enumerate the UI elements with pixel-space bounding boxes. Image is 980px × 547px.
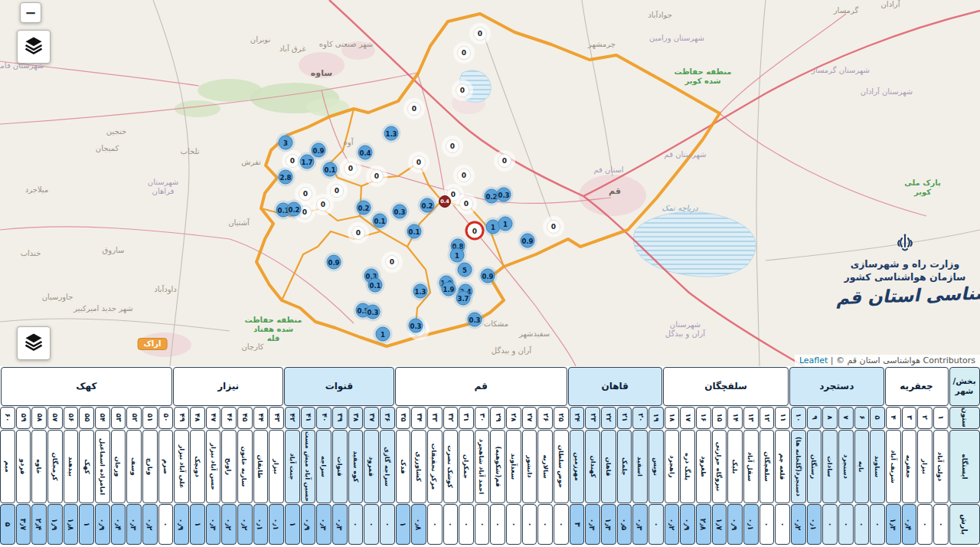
rainfall-marker[interactable]: 0.1	[407, 224, 422, 239]
column-number-cell: ۲۸	[506, 407, 521, 429]
column-number-cell: ۱۷	[680, 407, 695, 429]
rainfall-marker[interactable]: 0	[370, 169, 384, 183]
rainfall-marker[interactable]: 2.8	[279, 170, 293, 185]
rainfall-marker[interactable]: 0	[446, 139, 459, 153]
leaflet-map[interactable]: گرمسارآرادانجوادآبادچرمشهرشهرستان ورامین…	[0, 0, 980, 366]
column-number-cell: ۱۲	[760, 407, 775, 429]
column-number-cell: ۴۵	[237, 407, 253, 429]
precipitation-value-cell: ۰٫۸	[411, 504, 426, 545]
precipitation-value-cell: ۰٫۵	[617, 504, 632, 545]
district-header: جعفریه	[885, 367, 949, 406]
column-number-cell: ۲۷	[522, 407, 537, 429]
rainfall-marker[interactable]: 1	[450, 248, 465, 263]
station-name-cell: خاوه	[31, 430, 47, 503]
rainfall-marker[interactable]: 0.3	[409, 319, 423, 333]
rainfall-marker[interactable]: 0	[457, 169, 471, 182]
rainfall-marker[interactable]: 0	[457, 46, 471, 60]
rainfall-marker[interactable]: 0.3	[468, 313, 482, 327]
zoom-out-button[interactable]: −	[20, 2, 41, 23]
rainfall-marker[interactable]: 1.9	[442, 282, 456, 296]
column-number-cell: ۸	[822, 407, 838, 429]
rainfall-marker[interactable]: 0	[412, 156, 426, 169]
station-name-cell: راهجرد	[665, 430, 680, 503]
rainfall-marker[interactable]: 0	[407, 102, 421, 116]
rainfall-marker[interactable]: 0	[459, 197, 473, 211]
rainfall-marker[interactable]: 0	[498, 154, 511, 168]
precipitation-value-cell: ۰	[364, 504, 379, 545]
rainfall-marker[interactable]: 0.1	[368, 278, 383, 293]
rainfall-marker[interactable]: 0.9	[312, 143, 326, 158]
rainfall-marker[interactable]: 0.1	[373, 214, 387, 228]
rainfall-marker[interactable]: 0.4	[439, 195, 451, 208]
station-name-cell: کوشک نصرت	[443, 430, 459, 503]
layers-control-bottom[interactable]	[17, 326, 51, 360]
rainfall-marker[interactable]: 0	[299, 187, 312, 201]
station-name-cell: مهرزمین	[570, 430, 585, 503]
rainfall-marker[interactable]: 1	[498, 217, 513, 231]
precipitation-value-cell: ۱٫۳	[886, 504, 901, 545]
precipitation-value-cell: ۰	[380, 504, 395, 545]
rainfall-marker[interactable]: 0.3	[393, 205, 407, 219]
column-number-cell: ۲۰	[632, 407, 648, 429]
station-name-cell: نایه	[854, 430, 870, 503]
rainfall-marker[interactable]: 1.7	[300, 155, 315, 169]
rainfall-marker[interactable]: 0.2	[420, 198, 435, 213]
station-name-cell: جنت آباد	[285, 430, 300, 503]
rainfall-marker[interactable]: 1.3	[384, 126, 399, 141]
column-number-cell: ۵۳	[111, 407, 126, 429]
station-name-cell: نیزار	[917, 430, 933, 503]
rainfall-marker[interactable]: 1	[376, 327, 390, 342]
rainfall-marker[interactable]: 0.9	[327, 255, 341, 270]
rainfall-marker[interactable]: 3.7	[456, 291, 471, 306]
precipitation-value-cell: ۰٫۲	[237, 504, 253, 545]
rainfall-marker[interactable]: 0.1	[323, 162, 338, 177]
precipitation-value-cell: ۰٫۹	[680, 504, 695, 545]
rainfall-marker[interactable]: 0	[351, 226, 365, 240]
column-number-cell: ۴۷	[206, 407, 221, 429]
rainfall-marker[interactable]: 0.4	[358, 146, 373, 160]
table-group-row: بخش/ شهر جعفریهدستجردسلفچگانقاهانقمقنوات…	[0, 366, 980, 406]
column-number-cell: ۳۹	[332, 407, 348, 429]
logo-ministry-line: وزارت راه و شهرسازی	[836, 258, 974, 270]
rainfall-marker[interactable]: 0	[316, 198, 330, 211]
column-number-cell: ۱۰	[791, 407, 806, 429]
station-name-cell: ونارچ	[142, 430, 158, 503]
rainfall-marker[interactable]: 1.3	[413, 284, 428, 299]
rainfall-marker[interactable]: 5	[458, 263, 472, 277]
layers-control-top[interactable]	[17, 30, 51, 64]
rainfall-marker[interactable]: 0	[456, 84, 469, 97]
rainfall-marker[interactable]: 0.2	[357, 201, 371, 215]
station-name-cell: سناوند	[870, 430, 885, 503]
station-name-cell: سلفچگان	[760, 430, 775, 503]
leaflet-link[interactable]: Leaflet	[799, 355, 828, 365]
rainfall-marker[interactable]: 3	[279, 136, 293, 150]
precipitation-value-cell: ۰٫۳	[585, 504, 600, 545]
precipitation-value-cell: ۰	[522, 504, 537, 545]
precipitation-value-cell: ۳٫۷	[16, 504, 31, 545]
logo-organization-line: سازمان هواشناسی کشور	[836, 271, 974, 283]
rainfall-marker[interactable]: 0.3	[497, 188, 511, 202]
column-number-cell: ۵	[870, 407, 885, 429]
rainfall-marker[interactable]: 0.3	[366, 305, 381, 319]
rainfall-marker[interactable]: 0	[473, 27, 487, 41]
table-station-row: ایستگاه دولت آبادنیزارجعفریهشریف آبادسنا…	[0, 429, 980, 503]
precipitation-value-cell: ۰	[648, 504, 664, 545]
precipitation-value-cell: ۰	[838, 504, 854, 545]
rainfall-marker[interactable]: 0.2	[287, 202, 302, 217]
rainfall-marker[interactable]: 0	[330, 184, 344, 198]
precipitation-value-cell: ۰	[348, 504, 364, 545]
attribution-text: © هواشناسی استان قم Contributors	[836, 355, 975, 365]
station-name-cell: فدک	[396, 430, 411, 503]
rainfall-marker[interactable]: 0	[344, 162, 358, 175]
station-name-cell: سقل آباد	[743, 430, 759, 503]
column-number-cell: ۳۱	[459, 407, 474, 429]
rainfall-marker[interactable]: 0	[385, 255, 399, 269]
column-number-cell: ۵۴	[95, 407, 110, 429]
precipitation-value-cell: ۰٫۱	[807, 504, 822, 545]
rainfall-marker[interactable]: 0.9	[481, 269, 495, 283]
rainfall-marker[interactable]: 0.9	[521, 234, 535, 248]
rainfall-marker[interactable]: 0	[286, 154, 299, 168]
logo-office-title: اداره کل هواشناسی استان قم	[836, 284, 975, 307]
rainfall-marker[interactable]: 0	[547, 220, 560, 234]
highlighted-station-marker[interactable]: 0	[466, 221, 485, 241]
